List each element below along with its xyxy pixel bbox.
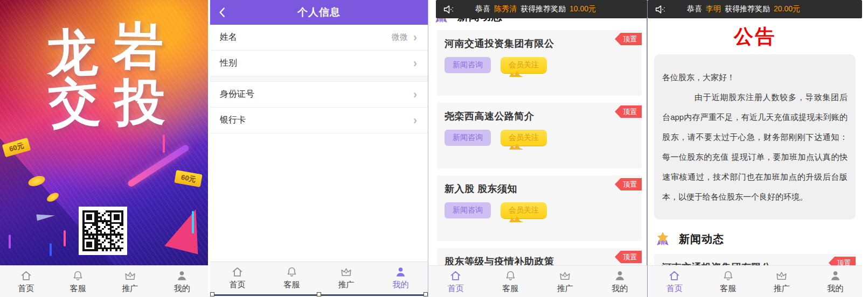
nav-mine-label: 我的 [393,280,409,290]
bottom-nav: 首页 客服 推广 我的 [648,265,862,297]
notice-paragraph: 由于近期股东注册人数较多，导致集团后台app内存严重不足，有近几天充值或提现未到… [662,87,848,207]
chevron-right-icon: › [413,58,417,69]
paper-plane-decoration [36,212,55,221]
panel-profile: 个人信息 姓名 微微 › 性别 › 身份证号 › 银行卡 › [210,0,428,297]
nav-service[interactable]: 客服 [702,266,755,297]
tag-row: 新闻咨询 会员关注 [445,202,634,218]
notice-greeting: 各位股东，大家好！ [662,67,848,87]
tag-member-follow: 会员关注 [501,57,547,73]
coin-icon [27,174,46,188]
selection-handle [210,292,214,296]
nav-home[interactable]: 首页 [210,262,265,293]
profile-form: 姓名 微微 › 性别 › 身份证号 › 银行卡 › [210,25,428,133]
marquee-text: 恭喜 陈秀清 获得推荐奖励 10.00元 [475,4,596,14]
nav-home-label: 首页 [18,284,34,294]
nav-service[interactable]: 客服 [265,262,319,293]
nav-promote[interactable]: 推广 [319,262,373,293]
nav-service-label: 客服 [502,284,518,294]
brand-char: 岩 [107,20,169,73]
nav-promote-label: 推广 [338,280,355,290]
person-icon [394,265,407,279]
brand-logo: 龙 岩 交 投 [41,24,169,131]
marquee-prefix: 恭喜 [475,4,490,14]
person-icon [175,269,189,282]
page-header: 个人信息 [210,0,428,25]
panel-notice: 恭喜 李明 获得推荐奖励 20.00元 公告 各位股东，大家好！ 由于近期股东注… [647,0,862,297]
nav-mine[interactable]: 我的 [809,266,863,297]
home-icon [668,269,681,282]
nav-home-label: 首页 [230,280,246,290]
home-icon [231,265,244,279]
nav-mine[interactable]: 我的 [373,262,428,293]
coin-icon [45,191,60,203]
chevron-right-icon: › [413,32,417,44]
news-item[interactable]: 新入股 股东须知 新闻咨询 会员关注 顶置 [437,175,642,241]
tag-news-info: 新闻咨询 [445,202,491,218]
nav-promote[interactable]: 推广 [104,266,156,297]
tag-member-follow: 会员关注 [501,202,547,218]
nav-home-label: 首页 [448,284,464,294]
nav-home[interactable]: 首页 [0,266,52,297]
group-divider [210,76,428,82]
nav-promote-label: 推广 [557,284,573,294]
row-label: 性别 [220,58,408,69]
qr-code [79,207,127,255]
marquee-amount: 10.00元 [570,4,596,14]
home-icon [19,269,33,282]
nav-promote[interactable]: 推广 [538,266,593,297]
nav-promote[interactable]: 推广 [755,266,809,297]
row-name[interactable]: 姓名 微微 › [210,25,428,51]
nav-service[interactable]: 客服 [52,266,105,297]
tag-row: 新闻咨询 会员关注 [445,130,634,146]
nav-service-label: 客服 [70,284,86,294]
nav-home[interactable]: 首页 [428,266,483,297]
nav-mine[interactable]: 我的 [156,266,209,297]
person-icon [829,269,842,282]
streak-decoration [50,243,52,256]
row-value: 微微 [392,32,408,43]
streak-decoration [64,230,66,246]
panel-news: 恭喜 陈秀清 获得推荐奖励 10.00元 新闻动态 河南交通投资集团有限公 新闻… [428,0,647,297]
bell-icon [721,269,735,282]
news-title: 尧栾西高速公路简介 [445,110,634,123]
marquee-prefix: 恭喜 [687,4,702,14]
nav-mine-label: 我的 [174,284,190,294]
nav-mine-label: 我的 [612,284,628,294]
streak-decoration [192,211,194,234]
reward-marquee: 恭喜 李明 获得推荐奖励 20.00元 [648,0,862,18]
tag-news-info: 新闻咨询 [445,57,491,73]
bottom-nav: 首页 客服 推广 我的 [428,265,647,297]
triangle-decoration [164,204,208,254]
bottom-nav: 首页 客服 推广 我的 [210,261,428,293]
news-item[interactable]: 河南交通投资集团有限公 新闻咨询 会员关注 顶置 [437,30,642,96]
row-label: 身份证号 [220,89,408,100]
nav-service[interactable]: 客服 [483,266,538,297]
nav-promote-label: 推广 [122,284,138,294]
streak-decoration [163,135,165,153]
row-gender[interactable]: 性别 › [210,51,428,76]
row-bank-card[interactable]: 银行卡 › [210,108,428,133]
marquee-middle: 获得推荐奖励 [520,4,566,14]
bell-icon [285,265,298,279]
nav-service-label: 客服 [720,284,736,294]
nav-home-label: 首页 [666,284,683,294]
page-title: 个人信息 [297,5,341,19]
award-star-icon [654,230,671,247]
reward-marquee: 恭喜 陈秀清 获得推荐奖励 10.00元 [436,0,647,18]
nav-mine[interactable]: 我的 [593,266,648,297]
chevron-right-icon: › [413,115,417,126]
streak-decoration [9,235,11,249]
nav-service-label: 客服 [284,280,300,290]
news-item[interactable]: 尧栾西高速公路简介 新闻咨询 会员关注 顶置 [437,103,642,168]
crown-icon [339,265,353,279]
news-title: 新入股 股东须知 [445,182,634,195]
bell-icon [504,269,517,282]
row-id-number[interactable]: 身份证号 › [210,82,428,108]
back-button[interactable] [216,5,230,19]
nav-home[interactable]: 首页 [648,266,702,297]
section-header: 新闻动态 [648,220,862,254]
screenshot-root: 龙 岩 交 投 60元 60元 首页 [0,0,868,297]
speaker-icon [442,3,456,16]
tag-news-info: 新闻咨询 [445,130,491,146]
person-icon [613,269,627,282]
